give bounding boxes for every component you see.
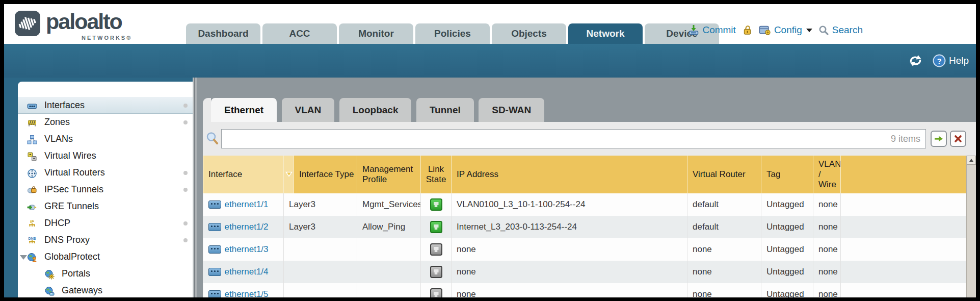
cell-virtual-router: default [687, 193, 761, 216]
sidebar-item-virtual-routers[interactable]: Virtual Routers [18, 164, 193, 181]
status-dot [183, 188, 188, 192]
cell-filler [841, 193, 967, 216]
header: paloalto NETWORKS® Dashboard ACC Monitor… [4, 4, 976, 44]
ipsec-tunnels-icon [27, 185, 37, 195]
apply-filter-button[interactable] [931, 131, 947, 147]
interface-link[interactable]: ethernet1/2 [208, 222, 279, 232]
sidebar-item-label: Interfaces [44, 100, 85, 110]
sidebar-item-dns-proxy[interactable]: DNS DNS Proxy [18, 232, 193, 248]
cell-virtual-router: none [687, 283, 761, 297]
table-row[interactable]: ethernet1/1 Layer3 Mgmt_Services VLAN010… [203, 193, 967, 216]
ethernet-interface-icon [208, 245, 221, 254]
column-header-filler [841, 156, 967, 193]
cell-vlan-wire: none [813, 238, 841, 261]
tab-loopback[interactable]: Loopback [339, 98, 412, 122]
tab-tunnel[interactable]: Tunnel [416, 98, 474, 122]
column-header-interface[interactable]: Interface [203, 156, 284, 193]
interface-type-tabs: Ethernet VLAN Loopback Tunnel SD-WAN [211, 98, 976, 122]
help-label: Help [949, 55, 969, 66]
scroll-up-button[interactable] [967, 156, 976, 165]
zones-icon [27, 118, 37, 128]
interface-link[interactable]: ethernet1/3 [208, 244, 279, 255]
status-dot [183, 120, 188, 124]
clear-filter-button[interactable] [950, 131, 966, 147]
cell-virtual-router: none [687, 238, 761, 261]
cell-management-profile [357, 261, 421, 283]
commit-button[interactable]: Commit [688, 24, 735, 36]
tab-monitor[interactable]: Monitor [339, 23, 413, 44]
sidebar-item-virtual-wires[interactable]: Virtual Wires [18, 147, 193, 164]
expand-caret-icon[interactable] [20, 255, 27, 260]
search-label: Search [832, 24, 863, 36]
sidebar-item-label: VLANs [44, 134, 73, 144]
column-header-interface-type[interactable]: Interface Type [294, 156, 357, 193]
close-icon [954, 135, 962, 143]
main-content: 9 items [197, 78, 976, 297]
panel-splitter[interactable] [193, 78, 197, 297]
brand-name: paloalto [46, 9, 122, 34]
status-dot [183, 238, 188, 242]
sidebar-item-gateways[interactable]: Gateways [18, 282, 193, 297]
cell-filler [841, 238, 967, 261]
interface-link[interactable]: ethernet1/5 [208, 289, 279, 297]
virtual-routers-icon [27, 168, 37, 179]
sort-caret-icon [285, 171, 293, 177]
tab-vlan[interactable]: VLAN [282, 98, 335, 122]
help-icon: ? [933, 54, 946, 67]
tab-dashboard[interactable]: Dashboard [186, 23, 260, 44]
vertical-scrollbar[interactable] [966, 156, 976, 297]
link-state-down-icon [430, 243, 442, 256]
commit-label: Commit [702, 24, 735, 36]
sidebar-item-interfaces[interactable]: Interfaces [18, 97, 193, 114]
column-header-tag[interactable]: Tag [761, 156, 813, 193]
column-header-vlan-wire[interactable]: VLAN / Wire [813, 156, 841, 193]
column-header-link-state[interactable]: Link State [421, 156, 452, 193]
column-header-virtual-router[interactable]: Virtual Router [687, 156, 761, 193]
tab-objects[interactable]: Objects [492, 23, 566, 44]
table-row[interactable]: ethernet1/2 Layer3 Allow_Ping Internet_L… [203, 216, 967, 238]
tab-network[interactable]: Network [568, 23, 643, 44]
sidebar-item-ipsec-tunnels[interactable]: IPSec Tunnels [18, 181, 193, 198]
cell-ip-address: none [452, 283, 687, 297]
sidebar-item-globalprotect[interactable]: GlobalProtect [18, 248, 193, 265]
ethernet-interface-icon [208, 290, 221, 297]
secondary-toolbar: ? Help [4, 44, 976, 78]
sidebar-item-gre-tunnels[interactable]: GRE Tunnels [18, 198, 193, 215]
sidebar-item-portals[interactable]: Portals [18, 265, 193, 282]
table-header-row: Interface Interface Type Management Prof… [203, 156, 967, 193]
sort-menu-button[interactable] [284, 156, 294, 193]
interfaces-icon [27, 101, 37, 111]
app-window: paloalto NETWORKS® Dashboard ACC Monitor… [4, 4, 976, 297]
tab-ethernet[interactable]: Ethernet [211, 98, 277, 122]
sidebar-item-zones[interactable]: Zones [18, 114, 193, 131]
refresh-icon[interactable] [909, 55, 922, 67]
cell-tag: Untagged [761, 216, 813, 238]
brand-subtitle: NETWORKS® [82, 35, 132, 41]
tab-policies[interactable]: Policies [415, 23, 490, 44]
interface-link[interactable]: ethernet1/4 [208, 267, 279, 277]
tab-sdwan[interactable]: SD-WAN [479, 98, 544, 122]
sidebar-item-label: GlobalProtect [44, 252, 100, 262]
sidebar-item-vlans[interactable]: VLANs [18, 131, 193, 147]
column-header-ip-address[interactable]: IP Address [452, 156, 687, 193]
cell-vlan-wire: none [813, 261, 841, 283]
cell-tag: Untagged [761, 283, 813, 297]
config-label: Config [774, 24, 802, 36]
sidebar-item-dhcp[interactable]: IP DHCP [18, 215, 193, 232]
help-button[interactable]: ? Help [933, 54, 969, 67]
column-header-management-profile[interactable]: Management Profile [357, 156, 421, 193]
table-row[interactable]: ethernet1/3 none none Untagged none [203, 238, 967, 261]
interface-link[interactable]: ethernet1/1 [208, 199, 279, 210]
items-count: 9 items [891, 134, 920, 144]
config-menu[interactable]: Config [759, 24, 812, 36]
sidebar-item-label: DNS Proxy [44, 235, 90, 245]
filter-input[interactable] [224, 131, 878, 147]
table-row[interactable]: ethernet1/4 none none Untagged none [203, 261, 967, 283]
svg-text:DNS: DNS [29, 237, 36, 240]
table-row[interactable]: ethernet1/5 none none Untagged none [203, 283, 967, 297]
tab-acc[interactable]: ACC [262, 23, 337, 44]
lock-icon[interactable] [742, 24, 753, 36]
search-button[interactable]: Search [818, 24, 863, 36]
cell-interface-type [284, 261, 357, 283]
sidebar-item-label: Zones [44, 117, 70, 127]
